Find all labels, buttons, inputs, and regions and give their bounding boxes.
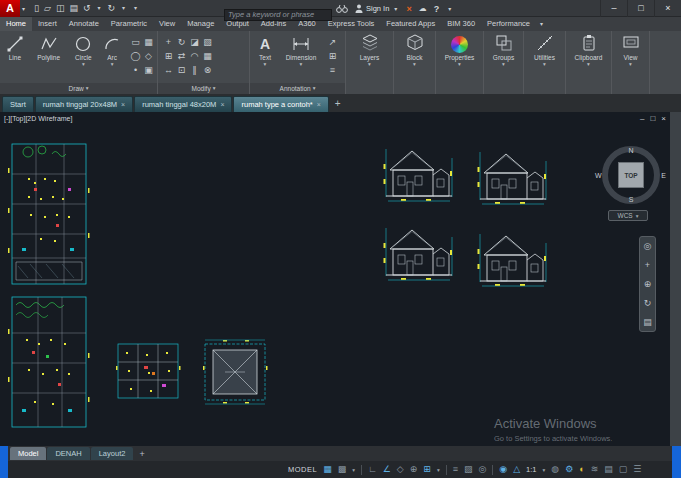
- file-tab-rumah-20x48[interactable]: rumah tinggal 20x48M×: [35, 96, 133, 112]
- layout-tab-model[interactable]: Model: [10, 447, 46, 460]
- leader-tool-icon[interactable]: ↗: [326, 35, 339, 49]
- nav-wheel-icon[interactable]: ◎: [644, 241, 652, 251]
- model-space-button[interactable]: MODEL: [288, 465, 317, 474]
- move-tool-icon[interactable]: +: [162, 35, 175, 49]
- layout-tab-layout2[interactable]: Layout2: [91, 447, 134, 460]
- osnap-dropdown-icon[interactable]: ▾: [437, 467, 440, 473]
- annotation-panel-expand-icon[interactable]: ▾: [313, 86, 316, 91]
- tab-close-icon[interactable]: ×: [317, 101, 321, 108]
- help-icon[interactable]: ?: [434, 4, 440, 14]
- stretch-tool-icon[interactable]: ↔: [162, 63, 175, 77]
- rotate-tool-icon[interactable]: ↻: [175, 35, 188, 49]
- text-style-tool-icon[interactable]: ≡: [326, 63, 339, 77]
- undo-icon[interactable]: ↺: [83, 0, 91, 17]
- drawing-floor-plan[interactable]: [116, 344, 181, 398]
- groups-button[interactable]: Groups ▾: [484, 31, 523, 94]
- nav-orbit-icon[interactable]: ↻: [644, 298, 652, 308]
- a360-icon[interactable]: ☁: [419, 4, 427, 13]
- viewcube-west[interactable]: W: [595, 172, 602, 179]
- exchange-apps-icon[interactable]: ×: [406, 4, 411, 14]
- file-tab-start[interactable]: Start: [2, 96, 34, 112]
- tab-close-icon[interactable]: ×: [121, 101, 125, 108]
- grid-toggle-icon[interactable]: ▦: [323, 461, 332, 478]
- ribbon-tab-view[interactable]: View: [153, 17, 181, 31]
- modify-panel-label[interactable]: Modify▾: [158, 83, 249, 94]
- drawing-elevation-2[interactable]: [478, 152, 547, 204]
- redo-dropdown-icon[interactable]: ▾: [120, 0, 127, 17]
- snap-dropdown-icon[interactable]: ▾: [352, 467, 355, 473]
- transparency-toggle-icon[interactable]: ▨: [464, 461, 473, 478]
- new-layout-button[interactable]: +: [134, 449, 149, 459]
- redo-icon[interactable]: ↻: [107, 0, 115, 17]
- ribbon-tab-annotate[interactable]: Annotate: [63, 17, 105, 31]
- tab-close-icon[interactable]: ×: [220, 101, 224, 108]
- clean-screen-icon[interactable]: ▢: [619, 461, 628, 478]
- layout-tab-denah[interactable]: DENAH: [47, 447, 89, 460]
- viewcube-south[interactable]: S: [629, 196, 634, 203]
- annotation-panel-label[interactable]: Annotation▾: [250, 83, 345, 94]
- properties-flyout-icon[interactable]: ▾: [458, 62, 461, 67]
- app-menu-arrow-icon[interactable]: ▾: [20, 5, 27, 12]
- ribbon-tab-manage[interactable]: Manage: [181, 17, 220, 31]
- model-space-viewport[interactable]: [-][Top][2D Wireframe] – □ ×: [0, 112, 670, 446]
- text-button[interactable]: A Text ▾: [250, 33, 280, 83]
- layers-flyout-icon[interactable]: ▾: [368, 62, 371, 67]
- ribbon-tab-home[interactable]: Home: [0, 17, 32, 31]
- maximize-button[interactable]: □: [627, 0, 654, 17]
- circle-button[interactable]: Circle ▾: [67, 33, 99, 83]
- viewport-controls-label[interactable]: [-][Top][2D Wireframe]: [4, 115, 72, 122]
- new-drawing-tab-button[interactable]: +: [330, 96, 346, 112]
- array-tool-icon[interactable]: ▦: [201, 49, 214, 63]
- customization-menu-icon[interactable]: ☰: [633, 461, 641, 478]
- copy-tool-icon[interactable]: ⊞: [162, 49, 175, 63]
- properties-button[interactable]: Properties ▾: [436, 31, 483, 94]
- clipboard-flyout-icon[interactable]: ▾: [587, 62, 590, 67]
- drawing-elevation-3[interactable]: [384, 228, 453, 280]
- wcs-dropdown[interactable]: WCS▾: [608, 210, 648, 221]
- mirror-tool-icon[interactable]: ⇄: [175, 49, 188, 63]
- dimension-flyout-icon[interactable]: ▾: [300, 62, 303, 67]
- drawing-site-plan-2[interactable]: [8, 297, 90, 427]
- polygon-tool-icon[interactable]: ◇: [142, 49, 155, 63]
- region-tool-icon[interactable]: ▣: [142, 63, 155, 77]
- viewport-restore-icon[interactable]: □: [650, 114, 655, 123]
- nav-zoom-icon[interactable]: ⊕: [644, 279, 652, 289]
- autoscale-icon[interactable]: △: [513, 461, 520, 478]
- block-flyout-icon[interactable]: ▾: [413, 62, 416, 67]
- close-button[interactable]: ×: [654, 0, 681, 17]
- ribbon-tab-bim360[interactable]: BIM 360: [441, 17, 481, 31]
- explode-tool-icon[interactable]: ⊗: [201, 63, 214, 77]
- search-input[interactable]: [224, 9, 332, 21]
- text-flyout-icon[interactable]: ▾: [264, 62, 267, 67]
- quick-properties-icon[interactable]: ▤: [604, 461, 613, 478]
- table-tool-icon[interactable]: ⊞: [326, 49, 339, 63]
- isolate-objects-icon[interactable]: ◐: [579, 461, 584, 478]
- arc-flyout-icon[interactable]: ▾: [111, 62, 114, 67]
- polyline-button[interactable]: Polyline: [30, 33, 68, 83]
- drawing-canvas[interactable]: [0, 112, 670, 446]
- viewport-minimize-icon[interactable]: –: [640, 114, 644, 123]
- erase-tool-icon[interactable]: ▧: [201, 35, 214, 49]
- file-tab-rumah-type-a[interactable]: rumah type a contoh*×: [233, 96, 328, 112]
- scale-tool-icon[interactable]: ⊡: [175, 63, 188, 77]
- graphics-performance-icon[interactable]: ≋: [591, 461, 599, 478]
- utilities-button[interactable]: Utilities ▾: [524, 31, 565, 94]
- scale-dropdown-icon[interactable]: ▾: [543, 467, 546, 473]
- new-icon[interactable]: ▯: [34, 0, 39, 17]
- drawing-site-plan-1[interactable]: [8, 144, 90, 284]
- drawing-roof-plan[interactable]: [203, 340, 268, 404]
- search-binoculars-icon[interactable]: [336, 4, 348, 13]
- viewcube-north[interactable]: N: [628, 147, 633, 154]
- qat-more-icon[interactable]: ▾: [132, 0, 139, 17]
- view-flyout-icon[interactable]: ▾: [629, 62, 632, 67]
- arc-button[interactable]: Arc ▾: [99, 33, 125, 83]
- file-tab-rumah-48x20[interactable]: rumah tinggal 48x20M×: [134, 96, 232, 112]
- open-icon[interactable]: ▱: [44, 0, 51, 17]
- ribbon-tab-insert[interactable]: Insert: [32, 17, 63, 31]
- layers-button[interactable]: Layers ▾: [346, 31, 393, 94]
- selection-cycling-icon[interactable]: ◎: [478, 461, 486, 478]
- isodraft-toggle-icon[interactable]: ◇: [397, 461, 404, 478]
- ellipse-tool-icon[interactable]: ◯: [129, 49, 142, 63]
- trim-tool-icon[interactable]: ◪: [188, 35, 201, 49]
- annotation-visibility-icon[interactable]: ◉: [499, 461, 507, 478]
